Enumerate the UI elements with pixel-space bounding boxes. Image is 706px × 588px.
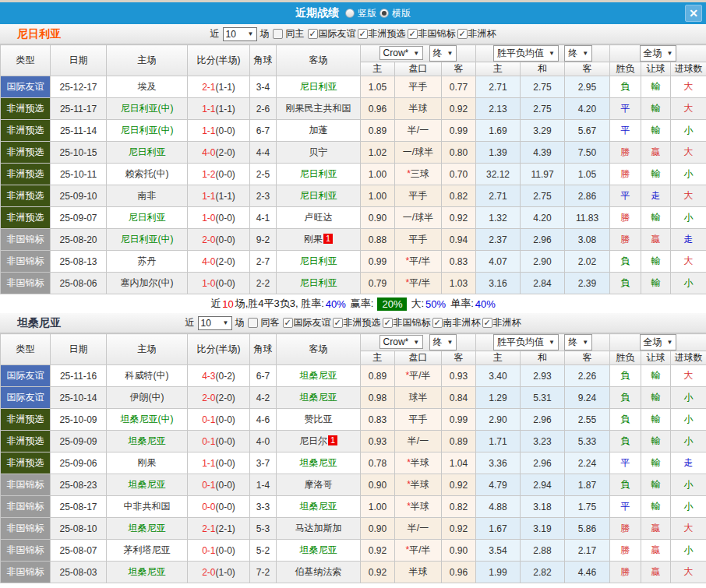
table-row: 非洲预选 25-11-14 尼日利亚(中) 1-1(0-0) 6-7 加蓬 0.… [1,120,706,142]
same-venue-checkbox[interactable] [248,318,258,328]
winloss-result-cell: 負 [610,365,641,387]
avg-draw-cell: 11.97 [521,164,565,185]
avg-home-cell: 4.79 [476,474,521,496]
league-checkbox[interactable]: ✓ [283,318,293,328]
league-checkbox[interactable]: ✓ [358,29,368,39]
handicap-cell: *平/半 [395,251,442,273]
league-filter[interactable]: ✓国际友谊 [308,27,356,40]
match-type-tag: 非国锦标 [1,251,51,273]
avg-home-cell: 4.88 [476,496,521,518]
odds-away-cell: 0.90 [442,540,476,562]
odds-away-cell: 0.99 [442,120,476,142]
league-filter[interactable]: ✓非洲预选 [358,27,406,40]
close-button[interactable]: ✕ [685,5,702,22]
fullmatch-select[interactable]: 全场▼ [640,334,677,350]
avg-away-cell: 5.67 [565,120,610,142]
match-date: 25-10-11 [51,164,107,185]
league-filters: ✓国际友谊✓非洲预选✓非国锦标✓南非洲杯✓非洲杯 [283,316,521,329]
match-date: 25-10-14 [51,387,107,409]
fulltime-score: 1-1 [202,458,215,469]
score-cell: 0-1(0-0) [188,431,250,452]
avg-away-cell: 2.17 [565,540,610,562]
matches-table-nigeria: 类型 日期 主场 比分(半场) 角球 客场 Crow*▼ 终▼ 胜平负均值▼ 终… [0,44,706,294]
vertical-layout-radio[interactable] [345,9,355,18]
team-name: 南非 [138,190,157,201]
team-name: 摩洛哥 [305,479,333,490]
winloss-result-cell: 負 [610,431,641,452]
league-checkbox[interactable]: ✓ [308,29,318,39]
odds-home-cell: 0.88 [361,229,395,251]
league-filter[interactable]: ✓非国锦标 [408,27,456,40]
winloss-result-cell: 勝 [610,518,641,540]
avg-stage-select[interactable]: 终▼ [564,334,592,350]
recent-count-select[interactable]: 10▼ [223,27,257,41]
avg-draw-cell: 2.96 [521,409,565,431]
avg-type-select[interactable]: 胜平负均值▼ [493,334,559,350]
match-date: 25-08-23 [51,474,107,496]
league-checkbox[interactable]: ✓ [482,318,492,328]
halftime-score: (0-0) [216,480,235,491]
match-type-tag: 非洲预选 [1,142,51,164]
winloss-result-cell: 勝 [610,207,641,229]
league-checkbox[interactable]: ✓ [457,29,468,39]
odds-stage-select[interactable]: 终▼ [429,334,457,350]
odds-away-cell: 0.93 [442,365,476,387]
avg-away-cell: 5.86 [565,518,610,540]
recent-count-select[interactable]: 10▼ [198,316,232,330]
corner-cell: 2-2 [250,273,277,294]
team-name: 贝宁 [309,146,328,157]
avg-type-select[interactable]: 胜平负均值▼ [493,45,559,62]
league-filter[interactable]: ✓国际友谊 [283,316,331,329]
match-date: 25-08-06 [51,273,107,294]
chevron-down-icon: ▼ [667,339,673,346]
odds-home-cell: 0.90 [361,207,395,229]
halftime-score: (0-0) [216,458,235,469]
away-team-cell: 马达加斯加 [277,518,361,540]
corner-cell: 2-3 [250,185,277,207]
league-filter[interactable]: ✓非洲预选 [333,316,381,329]
match-date: 25-09-09 [51,431,107,452]
col-header-home: 主场 [107,334,188,365]
chevron-down-icon: ▼ [413,50,419,57]
goals-result-cell: 小 [671,387,706,409]
winloss-result-cell: 勝 [610,229,641,251]
fullmatch-select[interactable]: 全场▼ [640,45,677,62]
goals-result-cell: 小 [671,120,706,142]
league-filter[interactable]: ✓非国锦标 [383,316,431,329]
winloss-result-cell: 勝 [610,540,641,562]
avg-draw-cell: 4.39 [521,142,565,164]
odds-stage-select[interactable]: 终▼ [429,45,457,62]
league-filter[interactable]: ✓南非洲杯 [432,316,481,329]
odds-home-cell: 0.89 [361,120,395,142]
league-checkbox[interactable]: ✓ [432,318,443,328]
match-type-tag: 非洲预选 [1,185,51,207]
avg-home-cell: 1.29 [476,387,521,409]
table-row: 非国锦标 25-08-13 苏丹 4-0(2-0) 2-7 尼日利亚 0.99 … [1,251,706,273]
league-checkbox[interactable]: ✓ [333,318,343,328]
league-filter[interactable]: ✓非洲杯 [457,27,496,40]
corner-cell: 2-6 [250,98,277,120]
avg-home-cell: 1.32 [476,207,521,229]
match-date: 25-08-17 [51,496,107,518]
league-checkbox[interactable]: ✓ [383,318,393,328]
avg-away-cell: 2.86 [565,185,610,207]
match-type-tag: 非国锦标 [1,496,51,518]
match-date: 25-11-14 [51,120,107,142]
goals-result-cell: 走 [671,229,706,251]
handicap-cell: *平/半 [395,273,442,294]
section-bar-nigeria: 尼日利亚 近 10▼ 场 同主 ✓国际友谊✓非洲预选✓非国锦标✓非洲杯 [0,24,706,44]
league-filter[interactable]: ✓非洲杯 [482,316,521,329]
odds-home-cell: 0.83 [361,409,395,431]
odds-company-select[interactable]: Crow*▼ [379,335,424,349]
same-venue-checkbox[interactable] [273,29,283,39]
score-cell: 1-2(0-0) [188,164,250,185]
avg-stage-select[interactable]: 终▼ [564,45,592,62]
horizontal-layout-radio[interactable] [379,9,389,18]
league-checkbox[interactable]: ✓ [408,29,418,39]
avg-home-cell: 3.16 [476,273,521,294]
table-row: 非国锦标 25-08-10 坦桑尼亚 2-1(2-1) 5-3 马达加斯加 0.… [1,518,706,540]
team-name: 刚果 [138,457,157,468]
odds-company-select[interactable]: Crow*▼ [379,46,424,60]
away-team-cell: 尼日利亚 [277,273,361,294]
team-name: 马达加斯加 [295,523,342,533]
